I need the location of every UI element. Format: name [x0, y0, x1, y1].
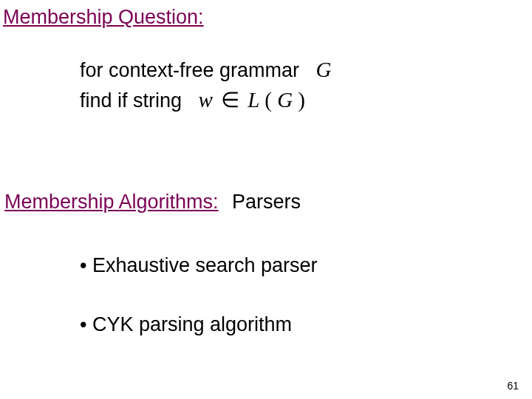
page-number: 61 — [507, 380, 519, 392]
bullet-cyk: • CYK parsing algorithm — [80, 313, 292, 336]
math-expr: w ∈ L ( G ) — [199, 88, 306, 112]
membership-algorithms-heading: Membership Algorithms: — [4, 191, 219, 213]
parsers-label: Parsers — [232, 191, 301, 213]
find-string-text: find if string — [80, 89, 182, 112]
cfg-text: for context-free grammar — [80, 59, 299, 81]
math-G2: G — [277, 88, 293, 112]
find-string-line: find if string w ∈ L ( G ) — [80, 87, 305, 112]
math-L: L — [248, 88, 259, 112]
membership-question-heading: Membership Question: — [3, 6, 204, 29]
math-close-paren: ) — [298, 88, 305, 112]
math-in: ∈ — [221, 88, 239, 112]
membership-algorithms-line: Membership Algorithms: Parsers — [4, 191, 301, 214]
math-w: w — [199, 88, 213, 112]
cfg-line: for context-free grammar G — [80, 58, 332, 82]
bullet-exhaustive-search: • Exhaustive search parser — [80, 254, 318, 277]
math-open-paren: ( — [265, 88, 272, 112]
slide: Membership Question: for context-free gr… — [0, 0, 532, 399]
math-G: G — [316, 58, 332, 81]
